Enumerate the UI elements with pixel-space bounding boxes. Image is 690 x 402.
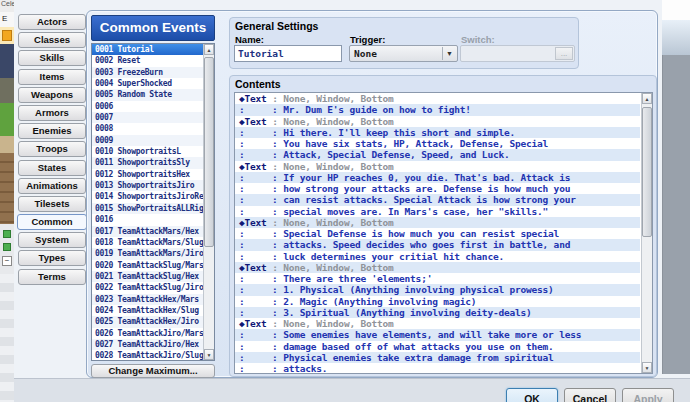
event-list-item[interactable]: 0004 SuperShocked [92, 78, 203, 89]
event-text-row[interactable]: : : If your HP reaches 0, you die. That'… [235, 172, 640, 183]
event-command-row[interactable]: ◆Text : None, Window, Bottom [235, 318, 640, 329]
event-list-item[interactable]: 0018 TeamAttackMars/Slug [92, 237, 203, 248]
event-list-item[interactable]: 0009 [92, 135, 203, 146]
text-command-token: ◆Text [239, 262, 267, 273]
event-text-row[interactable]: : : special moves are. In Mars's case, h… [235, 206, 640, 217]
event-list-item[interactable]: 0011 ShowportraitsSly [92, 157, 203, 168]
text-line: : : Physical enemies take extra damage f… [239, 352, 554, 363]
event-text-row[interactable]: : : You have six stats, HP, Attack, Defe… [235, 138, 640, 149]
sidebar-tab-weapons[interactable]: Weapons [18, 87, 86, 103]
event-list-item[interactable]: 0019 TeamAttackMars/Jiro [92, 248, 203, 259]
event-list-item[interactable]: 0021 TeamAttackSlug/Hex [92, 271, 203, 282]
scroll-up-icon[interactable]: ▲ [204, 44, 214, 55]
event-text-row[interactable]: : : 3. Spiritual (Anything involving dei… [235, 307, 640, 318]
background-window-sliver[interactable]: Cele E − [0, 0, 14, 402]
background-window-strip[interactable] [662, 0, 690, 374]
sidebar-tab-types[interactable]: Types [18, 250, 86, 266]
sidebar-tab-actors[interactable]: Actors [18, 14, 86, 30]
text-command-token: ◆Text [239, 93, 267, 104]
event-text-row[interactable]: : : 1. Physical (Anything involving phys… [235, 284, 640, 295]
event-text-row[interactable]: : : how strong your attacks are. Defense… [235, 183, 640, 194]
common-events-list[interactable]: 0001 Tutorial0002 Reset0003 FreezeBurn00… [91, 43, 215, 361]
scrollbar-thumb[interactable] [204, 57, 214, 247]
text-line: : : Mr. Dum E's guide on how to fight! [239, 104, 471, 115]
event-list-item[interactable]: 0028 TeamAttackJiro/Slug [92, 350, 203, 361]
sidebar-tab-armors[interactable]: Armors [18, 105, 86, 121]
text-command-params: : None, Window, Bottom [267, 318, 394, 329]
event-text-row[interactable]: : : luck determines your critial hit cha… [235, 251, 640, 262]
trigger-dropdown[interactable]: None ▼ [349, 45, 458, 62]
event-list-item[interactable]: 0003 FreezeBurn [92, 67, 203, 78]
event-text-row[interactable]: : : Attack, Special Defense, Speed, and … [235, 149, 640, 160]
change-maximum-button[interactable]: Change Maximum... [91, 364, 215, 378]
scroll-down-icon[interactable]: ▼ [642, 362, 652, 373]
text-line: : : Special Defense is how much you can … [239, 228, 559, 239]
event-list-item[interactable]: 0026 TeamAttackJiro/Mars [92, 328, 203, 339]
text-line: : : Hi there. I'll keep this short and s… [239, 127, 515, 138]
text-line: : : luck determines your critial hit cha… [239, 251, 504, 262]
sidebar-tab-tilesets[interactable]: Tilesets [18, 196, 86, 212]
contents-scrollbar[interactable]: ▲ ▼ [641, 93, 652, 373]
contents-list[interactable]: ◆Text : None, Window, Bottom: : Mr. Dum … [234, 92, 653, 374]
sidebar-tab-skills[interactable]: Skills [18, 50, 86, 66]
event-text-row[interactable]: : : Mr. Dum E's guide on how to fight! [235, 104, 640, 115]
event-list-item[interactable]: 0013 ShowportraitsJiro [92, 180, 203, 191]
event-list-item[interactable]: 0007 [92, 112, 203, 123]
event-text-row[interactable]: : : Physical enemies take extra damage f… [235, 352, 640, 363]
event-list-item[interactable]: 0006 [92, 101, 203, 112]
text-command-params: : None, Window, Bottom [267, 116, 394, 127]
sidebar-tab-common-events[interactable]: Common Events [17, 214, 87, 230]
scrollbar-thumb[interactable] [642, 107, 652, 237]
scroll-up-icon[interactable]: ▲ [642, 93, 652, 104]
event-list-item[interactable]: 0023 TeamAttackHex/Mars [92, 294, 203, 305]
cancel-button[interactable]: Cancel [564, 388, 616, 402]
sidebar-tab-terms[interactable]: Terms [18, 269, 86, 285]
event-text-row[interactable]: : : 2. Magic (Anything involving magic) [235, 296, 640, 307]
event-list-item[interactable]: 0020 TeamAttackSlug/Mars [92, 260, 203, 271]
event-list-item[interactable]: 0025 TeamAttackHex/Jiro [92, 316, 203, 327]
event-list-item[interactable]: 0017 TeamAttackMars/Hex [92, 226, 203, 237]
event-list-item[interactable]: 0027 TeamAttackJiro/Hex [92, 339, 203, 350]
scroll-down-icon[interactable]: ▼ [204, 349, 214, 360]
sidebar-tab-enemies[interactable]: Enemies [18, 123, 86, 139]
event-command-row[interactable]: ◆Text : None, Window, Bottom [235, 93, 640, 104]
event-list-item[interactable]: 0022 TeamAttackSlug/Jiro [92, 282, 203, 293]
sidebar-tab-states[interactable]: States [18, 160, 86, 176]
sidebar-tab-troops[interactable]: Troops [18, 141, 86, 157]
screenshot-root: Cele E − ActorsClassesSkillsItemsWeapons… [0, 0, 690, 402]
event-text-row[interactable]: : : can resist attacks. Special Attack i… [235, 194, 640, 205]
event-command-row[interactable]: ◆Text : None, Window, Bottom [235, 161, 640, 172]
chevron-down-icon[interactable]: ▼ [442, 47, 456, 60]
event-list-item[interactable]: 0001 Tutorial [92, 44, 203, 55]
contents-rows-container: ◆Text : None, Window, Bottom: : Mr. Dum … [235, 93, 652, 374]
ok-button[interactable]: OK [506, 388, 558, 402]
event-list-item[interactable]: 0015 ShowPortraitsALLRight [92, 203, 203, 214]
event-command-row[interactable]: ◆Text : None, Window, Bottom [235, 262, 640, 273]
name-input[interactable]: Tutorial [234, 45, 342, 62]
sidebar-tab-animations[interactable]: Animations [18, 178, 86, 194]
event-text-row[interactable]: : : Some enemies have elements, and will… [235, 329, 640, 340]
event-text-row[interactable]: : : Hi there. I'll keep this short and s… [235, 127, 640, 138]
sidebar-tab-classes[interactable]: Classes [18, 32, 86, 48]
green-status-icon [3, 230, 11, 238]
event-text-row[interactable]: : : Special Defense is how much you can … [235, 228, 640, 239]
text-command-token: ◆Text [239, 318, 267, 329]
event-text-row[interactable]: : : attacks. Speed decides who goes firs… [235, 239, 640, 250]
event-list-item[interactable]: 0014 ShowportraitsJiroRev… [92, 191, 203, 202]
event-command-row[interactable]: ◆Text : None, Window, Bottom [235, 116, 640, 127]
event-list-item[interactable]: 0012 ShowportraitsHex [92, 169, 203, 180]
event-text-row[interactable]: : : damage based off of what attacks you… [235, 341, 640, 352]
sidebar-tab-items[interactable]: Items [18, 69, 86, 85]
event-list-item[interactable]: 0002 Reset [92, 55, 203, 66]
text-line: : : attacks. [239, 363, 327, 374]
sidebar-tab-system[interactable]: System [18, 232, 86, 248]
event-list-item[interactable]: 0010 ShowportraitsL [92, 146, 203, 157]
event-list-item[interactable]: 0008 [92, 123, 203, 134]
event-text-row[interactable]: : : attacks. [235, 363, 640, 374]
event-list-item[interactable]: 0016 [92, 214, 203, 225]
event-command-row[interactable]: ◆Text : None, Window, Bottom [235, 217, 640, 228]
events-scrollbar[interactable]: ▲ ▼ [203, 44, 214, 360]
event-list-item[interactable]: 0024 TeamAttackHex/Slug [92, 305, 203, 316]
event-text-row[interactable]: : : There are three 'elements;' [235, 273, 640, 284]
event-list-item[interactable]: 0005 Random State [92, 89, 203, 100]
